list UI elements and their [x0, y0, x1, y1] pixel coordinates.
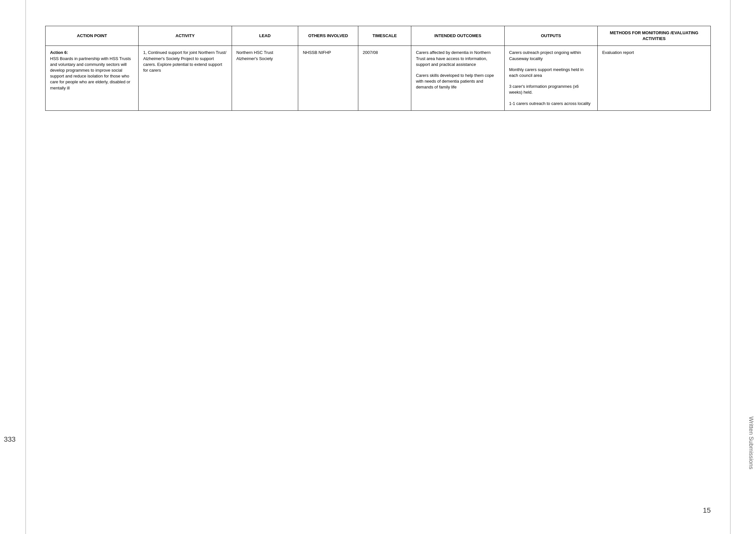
header-lead: LEAD: [232, 26, 298, 46]
right-border: Written Submissions: [730, 0, 756, 534]
action-point-cell: Action 6: HSS Boards in partnership with…: [45, 46, 139, 111]
lead-cell: Northern HSC Trust Alzheimer's Society: [232, 46, 298, 111]
main-content: ACTION POINT ACTIVITY LEAD OTHERS INVOLV…: [26, 0, 730, 534]
others-text: NHSSB NIFHP: [303, 50, 331, 55]
header-action-point: ACTION POINT: [45, 26, 139, 46]
footer-page-number: 15: [703, 506, 711, 515]
output-3: 3 carer's information programmes (x6 wee…: [509, 84, 593, 95]
page-footer: 15: [45, 496, 711, 515]
table-row: Action 6: HSS Boards in partnership with…: [45, 46, 711, 111]
right-label: Written Submissions: [747, 417, 754, 470]
output-2: Monthly carers support meetings held in …: [509, 67, 593, 78]
header-methods: METHODS FOR MONITORING /EVALUATING ACTIV…: [597, 26, 711, 46]
methods-cell: Evaluation report: [597, 46, 711, 111]
outputs-cell: Carers outreach project ongoing within C…: [504, 46, 597, 111]
table-wrapper: ACTION POINT ACTIVITY LEAD OTHERS INVOLV…: [45, 26, 711, 111]
output-4: 1-1 carers outreach to carers across loc…: [509, 101, 593, 107]
output-1: Carers outreach project ongoing within C…: [509, 50, 593, 61]
left-border: 333: [0, 0, 26, 534]
header-activity: ACTIVITY: [139, 26, 232, 46]
header-outputs: OUTPUTS: [504, 26, 597, 46]
header-others-involved: OTHERS INVOLVED: [298, 26, 358, 46]
intended-outcomes-1: Carers affected by dementia in Northern …: [416, 50, 500, 67]
header-row: ACTION POINT ACTIVITY LEAD OTHERS INVOLV…: [45, 26, 711, 46]
header-timescale: TIMESCALE: [358, 26, 411, 46]
lead-text: Northern HSC Trust Alzheimer's Society: [236, 50, 273, 61]
intended-outcomes-2: Carers skills developed to help them cop…: [416, 73, 500, 90]
main-table: ACTION POINT ACTIVITY LEAD OTHERS INVOLV…: [45, 26, 711, 111]
action-body: HSS Boards in partnership with HSS Trust…: [50, 56, 131, 90]
activity-cell: 1, Continued support for joint Northern …: [139, 46, 232, 111]
left-page-number: 333: [0, 435, 19, 444]
header-intended-outcomes: INTENDED OUTCOMES: [411, 26, 504, 46]
intended-outcomes-cell: Carers affected by dementia in Northern …: [411, 46, 504, 111]
timescale-cell: 2007/08: [358, 46, 411, 111]
others-involved-cell: NHSSB NIFHP: [298, 46, 358, 111]
action-title: Action 6:: [50, 50, 68, 55]
